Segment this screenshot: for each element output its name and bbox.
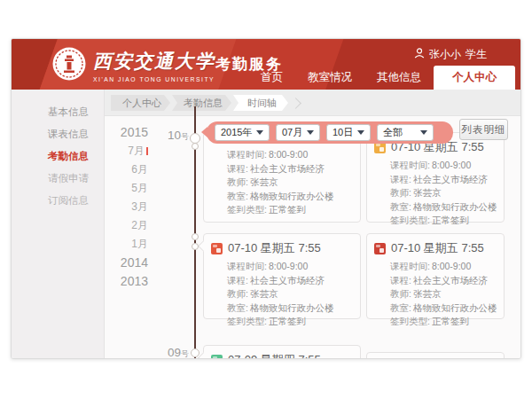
timeline-node <box>192 233 199 240</box>
scope-select[interactable]: 全部 <box>377 124 434 141</box>
breadcrumb-band: 个人中心 考勤信息 时间轴 <box>105 90 521 116</box>
timeline-day-marker-09: 09号 <box>168 346 189 359</box>
card-field: 教室:格物致知行政办公楼 <box>390 200 497 215</box>
sidebar-item-subscription[interactable]: 订阅信息 <box>12 190 104 212</box>
chevron-right-icon <box>290 98 301 109</box>
sidebar: 基本信息 课表信息 考勤信息 请假申请 订阅信息 <box>12 90 105 359</box>
timeline-year-2014[interactable]: 2014 <box>109 254 148 272</box>
chevron-down-icon <box>357 130 364 135</box>
attendance-card: 07-09 星期四 7:55 <box>203 345 361 359</box>
attendance-card: 课程时间:8:00-9:00 课程:社会主义市场经济 教师:张芸京 教室:格物致… <box>203 132 361 223</box>
calendar-green-icon <box>211 355 223 360</box>
timeline-month-jun[interactable]: 6月 <box>109 160 148 179</box>
timeline-node <box>192 143 199 150</box>
card-title: 07-10 星期五 7:55 <box>228 240 321 256</box>
sidebar-item-leave-request[interactable]: 请假申请 <box>12 168 104 190</box>
nav-item-classroom[interactable]: 教室情况 <box>295 66 364 90</box>
card-field: 教室:格物致知行政办公楼 <box>390 301 497 316</box>
timeline-node <box>192 243 199 250</box>
sidebar-item-basic-info[interactable]: 基本信息 <box>12 101 104 123</box>
timeline-node <box>191 348 200 357</box>
breadcrumb-attendance-info[interactable]: 考勤信息 <box>172 95 231 111</box>
list-detail-button[interactable]: 列表明细 <box>459 119 508 140</box>
chevron-down-icon <box>420 130 427 135</box>
timeline-year-column: 2015 7月 6月 5月 3月 2月 1月 2014 2013 <box>109 123 148 291</box>
attendance-card: 07-10 星期五 7:55 课程时间:8:00-9:00 课程:社会主义市场经… <box>366 233 505 319</box>
card-field: 课程:社会主义市场经济 <box>227 162 353 176</box>
timeline-year-2013[interactable]: 2013 <box>109 272 148 291</box>
card-field: 课程时间:8:00-9:00 <box>227 260 353 274</box>
university-name-en: XI'AN JIAO TONG UNIVERSITY <box>93 76 215 82</box>
day-select[interactable]: 10日 <box>326 124 371 141</box>
card-field: 教室:格物致知行政办公楼 <box>227 190 353 204</box>
chevron-down-icon <box>256 130 263 135</box>
card-field: 课程:社会主义市场经济 <box>227 274 353 288</box>
card-field: 教师:张芸京 <box>227 287 353 301</box>
sidebar-item-attendance-info[interactable]: 考勤信息 <box>12 145 104 168</box>
brand-block: 西安交通大学 XI'AN JIAO TONG UNIVERSITY <box>93 49 215 82</box>
calendar-orange-icon <box>211 243 223 254</box>
attendance-card: 07-10 星期五 7:55 课程时间:8:00-9:00 课程:社会主义市场经… <box>366 132 505 223</box>
person-icon <box>414 48 425 61</box>
card-field: 课程时间:8:00-9:00 <box>390 159 497 173</box>
card-field: 签到类型:正常签到 <box>227 203 353 217</box>
card-field: 签到类型:正常签到 <box>390 315 497 329</box>
timeline-month-feb[interactable]: 2月 <box>109 216 148 235</box>
nav-item-personal[interactable]: 个人中心 <box>434 66 515 90</box>
year-select[interactable]: 2015年 <box>215 124 270 141</box>
current-month-marker <box>146 147 148 155</box>
user-info[interactable]: 张小小 学生 <box>414 47 487 62</box>
sidebar-item-schedule-info[interactable]: 课表信息 <box>12 123 104 145</box>
card-field: 课程:社会主义市场经济 <box>390 274 497 288</box>
attendance-card-partial <box>366 352 505 359</box>
user-name: 张小小 <box>429 47 461 62</box>
breadcrumb: 个人中心 考勤信息 时间轴 <box>111 95 300 111</box>
user-role: 学生 <box>466 47 487 62</box>
attendance-card: 07-10 星期五 7:55 课程时间:8:00-9:00 课程:社会主义市场经… <box>203 233 361 319</box>
main-nav: 首页 教室情况 其他信息 个人中心 <box>248 66 515 90</box>
card-title: 07-09 星期四 7:55 <box>228 352 321 359</box>
nav-item-home[interactable]: 首页 <box>248 66 295 90</box>
card-field: 课程时间:8:00-9:00 <box>390 260 497 274</box>
app-header: 西安交通大学 XI'AN JIAO TONG UNIVERSITY 考勤服务 张… <box>12 39 521 90</box>
app-window: 西安交通大学 XI'AN JIAO TONG UNIVERSITY 考勤服务 张… <box>11 38 521 359</box>
timeline-year-2015[interactable]: 2015 <box>109 123 148 142</box>
timeline-month-jul[interactable]: 7月 <box>109 142 148 160</box>
card-title: 07-10 星期五 7:55 <box>391 240 484 256</box>
card-field: 签到类型:正常签到 <box>227 315 353 329</box>
card-field: 教室:格物致知行政办公楼 <box>227 301 353 316</box>
calendar-red-icon <box>374 243 386 254</box>
card-field: 教师:张芸京 <box>227 176 353 190</box>
timeline-day-marker-10: 10号 <box>168 129 189 143</box>
card-field: 签到类型:正常签到 <box>390 214 497 228</box>
breadcrumb-timeline[interactable]: 时间轴 <box>233 95 288 111</box>
university-name-cn: 西安交通大学 <box>93 49 215 74</box>
nav-item-other[interactable]: 其他信息 <box>364 66 434 90</box>
breadcrumb-personal-center[interactable]: 个人中心 <box>111 95 170 111</box>
filter-bubble: 2015年 07月 10日 全部 <box>207 121 453 144</box>
timeline-month-jan[interactable]: 1月 <box>109 235 148 254</box>
timeline-month-mar[interactable]: 3月 <box>109 198 148 216</box>
university-logo-icon <box>52 47 86 81</box>
card-field: 教师:张芸京 <box>390 287 497 301</box>
timeline-month-may[interactable]: 5月 <box>109 179 148 198</box>
card-field: 教师:张芸京 <box>390 186 497 200</box>
chevron-down-icon <box>307 130 314 135</box>
card-field: 课程:社会主义市场经济 <box>390 173 497 187</box>
card-field: 课程时间:8:00-9:00 <box>227 148 353 162</box>
month-select[interactable]: 07月 <box>276 124 320 141</box>
